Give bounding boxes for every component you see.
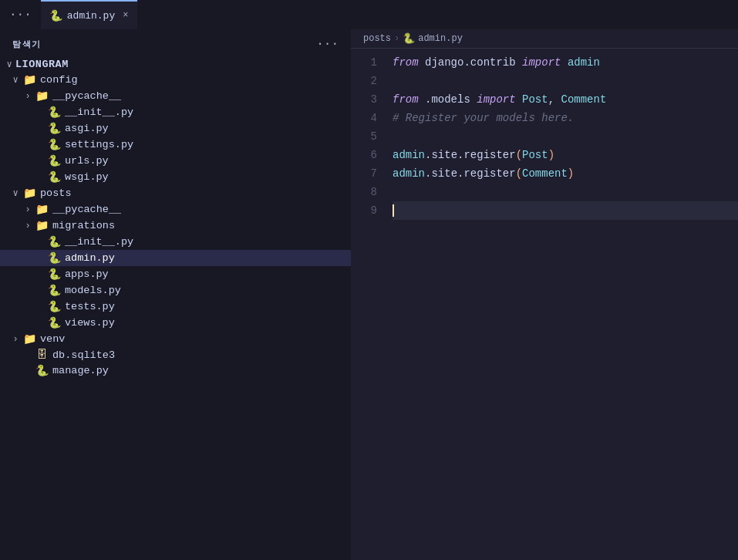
breadcrumb: posts › 🐍 admin.py bbox=[351, 29, 738, 49]
sidebar: 탐색기 ··· ∨ LIONGRAM ∨ 📁 config › 📁 __pyca… bbox=[0, 29, 351, 560]
sidebar-item-manage[interactable]: 🐍 manage.py bbox=[0, 363, 351, 379]
db-label: db.sqlite3 bbox=[52, 349, 351, 361]
folder-icon: 📁 bbox=[34, 89, 49, 103]
root-label: LIONGRAM bbox=[15, 59, 351, 70]
dot2: . bbox=[425, 164, 431, 183]
sidebar-item-migrations[interactable]: › 📁 migrations bbox=[0, 218, 351, 234]
code-line-5 bbox=[393, 127, 738, 146]
db-icon: 🗄 bbox=[34, 349, 49, 361]
tab-label: admin.py bbox=[67, 10, 115, 22]
code-line-1: from django.contrib import admin bbox=[393, 53, 738, 72]
python-icon: 🐍 bbox=[46, 106, 62, 119]
sidebar-item-init-config[interactable]: 🐍 __init__.py bbox=[0, 104, 351, 120]
sidebar-item-wsgi[interactable]: 🐍 wsgi.py bbox=[0, 169, 351, 185]
python-icon: 🐍 bbox=[46, 300, 62, 313]
class-post: Post bbox=[522, 90, 548, 109]
code-line-7: admin . site.register ( Comment ) bbox=[393, 164, 738, 183]
admin-label: admin.py bbox=[65, 252, 351, 264]
asgi-label: asgi.py bbox=[65, 123, 351, 134]
pycache-posts-label: __pycache__ bbox=[52, 204, 351, 215]
line-numbers: 1 2 3 4 5 6 7 8 9 bbox=[351, 53, 389, 560]
keyword-import2: import bbox=[477, 90, 515, 109]
config-chevron: ∨ bbox=[9, 74, 22, 86]
breadcrumb-file: admin.py bbox=[418, 33, 463, 44]
code-editor[interactable]: from django.contrib import admin from .m… bbox=[389, 53, 738, 560]
sidebar-item-init-posts[interactable]: 🐍 __init__.py bbox=[0, 234, 351, 250]
tab-admin-py[interactable]: 🐍 admin.py × bbox=[41, 0, 138, 29]
wsgi-label: wsgi.py bbox=[65, 171, 351, 183]
tree-root[interactable]: ∨ LIONGRAM bbox=[0, 57, 351, 72]
sidebar-item-models[interactable]: 🐍 models.py bbox=[0, 282, 351, 299]
post-ref: Post bbox=[522, 146, 548, 164]
init-config-label: __init__.py bbox=[65, 106, 351, 118]
python-icon: 🐍 bbox=[46, 235, 62, 248]
sidebar-item-admin[interactable]: 🐍 admin.py bbox=[0, 250, 351, 266]
sidebar-item-venv[interactable]: › 📁 venv bbox=[0, 331, 351, 347]
code-container[interactable]: 1 2 3 4 5 6 7 8 9 from django.contrib im… bbox=[351, 49, 738, 560]
code-line-9 bbox=[393, 201, 738, 220]
tests-label: tests.py bbox=[65, 301, 351, 312]
class-admin: admin bbox=[568, 53, 600, 72]
folder-icon: 📁 bbox=[34, 219, 49, 232]
manage-label: manage.py bbox=[52, 365, 351, 376]
text-cursor bbox=[393, 204, 394, 217]
tab-close-icon[interactable]: × bbox=[123, 10, 128, 21]
sidebar-item-tests[interactable]: 🐍 tests.py bbox=[0, 299, 351, 315]
paren-open2: ( bbox=[516, 164, 522, 183]
breadcrumb-sep: › bbox=[394, 33, 399, 44]
sidebar-item-settings[interactable]: 🐍 settings.py bbox=[0, 137, 351, 153]
init-posts-label: __init__.py bbox=[65, 236, 351, 248]
python-icon: 🐍 bbox=[46, 154, 62, 167]
pycache-config-label: __pycache__ bbox=[52, 90, 351, 102]
module-django: django.contrib bbox=[425, 53, 516, 72]
venv-label: venv bbox=[40, 333, 351, 345]
python-tab-icon: 🐍 bbox=[50, 9, 62, 22]
posts-chevron: ∨ bbox=[9, 187, 22, 199]
sidebar-item-db[interactable]: 🗄 db.sqlite3 bbox=[0, 347, 351, 363]
paren-close1: ) bbox=[548, 146, 554, 164]
main-layout: 탐색기 ··· ∨ LIONGRAM ∨ 📁 config › 📁 __pyca… bbox=[0, 29, 738, 560]
sidebar-item-pycache-config[interactable]: › 📁 __pycache__ bbox=[0, 88, 351, 104]
site-register2: site.register bbox=[431, 164, 515, 183]
posts-label: posts bbox=[40, 187, 351, 199]
python-icon: 🐍 bbox=[46, 122, 62, 135]
sidebar-more-button[interactable]: ··· bbox=[316, 37, 339, 51]
editor-area[interactable]: posts › 🐍 admin.py 1 2 3 4 5 6 7 8 9 fro… bbox=[351, 29, 738, 560]
python-icon: 🐍 bbox=[46, 284, 62, 297]
python-icon: 🐍 bbox=[46, 316, 62, 329]
pycache-posts-chevron: › bbox=[22, 204, 34, 215]
keyword-from: from bbox=[393, 53, 419, 72]
sidebar-item-urls[interactable]: 🐍 urls.py bbox=[0, 153, 351, 169]
tab-more-button[interactable]: ··· bbox=[0, 8, 41, 22]
comment-register: # Register your models here. bbox=[393, 109, 574, 127]
folder-icon: 📁 bbox=[22, 332, 37, 346]
sidebar-item-apps[interactable]: 🐍 apps.py bbox=[0, 266, 351, 282]
sidebar-item-config[interactable]: ∨ 📁 config bbox=[0, 72, 351, 88]
keyword-from2: from bbox=[393, 90, 419, 109]
python-icon: 🐍 bbox=[46, 251, 62, 265]
folder-open-icon: 📁 bbox=[22, 187, 37, 200]
paren-close2: ) bbox=[568, 164, 574, 183]
python-icon: 🐍 bbox=[46, 268, 62, 281]
sidebar-item-asgi[interactable]: 🐍 asgi.py bbox=[0, 120, 351, 137]
migrations-label: migrations bbox=[52, 220, 351, 231]
class-comment: Comment bbox=[561, 90, 606, 109]
comment-ref: Comment bbox=[522, 164, 568, 183]
sidebar-item-posts[interactable]: ∨ 📁 posts bbox=[0, 185, 351, 201]
migrations-chevron: › bbox=[22, 221, 34, 231]
folder-open-icon: 📁 bbox=[22, 73, 37, 86]
views-label: views.py bbox=[65, 317, 351, 329]
sidebar-item-views[interactable]: 🐍 views.py bbox=[0, 315, 351, 331]
breadcrumb-python-icon: 🐍 bbox=[403, 32, 415, 45]
paren-open1: ( bbox=[516, 146, 522, 164]
python-icon: 🐍 bbox=[46, 170, 62, 184]
folder-icon: 📁 bbox=[34, 203, 49, 216]
dot1: . bbox=[425, 146, 431, 164]
sidebar-item-pycache-posts[interactable]: › 📁 __pycache__ bbox=[0, 201, 351, 218]
sidebar-header: 탐색기 ··· bbox=[0, 29, 351, 57]
sidebar-title: 탐색기 bbox=[12, 39, 42, 50]
urls-label: urls.py bbox=[65, 155, 351, 167]
keyword-import: import bbox=[522, 53, 561, 72]
code-line-3: from .models import Post , Comment bbox=[393, 90, 738, 109]
tab-bar: ··· 🐍 admin.py × bbox=[0, 0, 738, 29]
